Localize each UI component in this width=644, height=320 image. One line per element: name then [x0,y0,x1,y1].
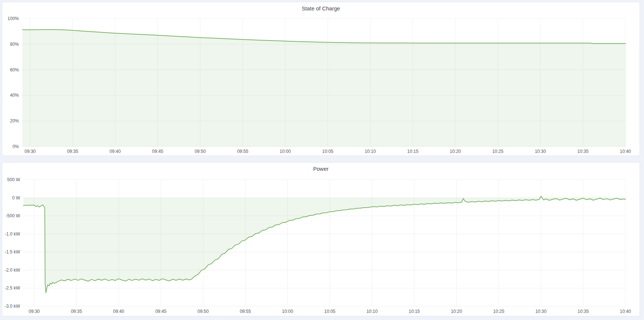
svg-text:10:05: 10:05 [324,309,335,314]
svg-text:0%: 0% [13,144,19,149]
svg-text:40%: 40% [10,93,19,98]
svg-text:-500 W: -500 W [6,213,20,218]
svg-text:10:10: 10:10 [365,149,376,154]
svg-text:10:30: 10:30 [535,309,547,314]
svg-text:-2.5 kW: -2.5 kW [5,285,20,291]
svg-text:09:30: 09:30 [29,309,40,314]
svg-text:100%: 100% [7,16,19,21]
state-of-charge-chart[interactable]: 100%80%60%40%20%0%09:3009:3509:4009:4509… [2,2,640,156]
svg-text:10:10: 10:10 [366,309,378,314]
svg-text:10:25: 10:25 [493,309,504,314]
svg-text:10:00: 10:00 [280,149,291,154]
svg-text:10:15: 10:15 [407,149,418,154]
svg-text:10:20: 10:20 [450,149,461,154]
svg-text:-3.0 kW: -3.0 kW [5,304,20,309]
svg-text:0 W: 0 W [12,195,20,201]
svg-text:09:35: 09:35 [67,149,78,154]
svg-text:10:20: 10:20 [451,309,462,314]
svg-text:-2.0 kW: -2.0 kW [5,268,20,273]
power-panel: 500 W0 W-500 W-1.0 kW-1.5 kW-2.0 kW-2.5 … [2,162,640,316]
svg-text:20%: 20% [10,118,19,124]
svg-text:500 W: 500 W [7,177,20,182]
svg-text:10:35: 10:35 [577,149,589,154]
svg-text:60%: 60% [10,67,19,73]
svg-text:09:55: 09:55 [237,149,248,154]
svg-text:10:25: 10:25 [492,149,504,154]
svg-text:09:45: 09:45 [155,309,166,314]
svg-text:-1.5 kW: -1.5 kW [5,249,20,255]
svg-text:10:00: 10:00 [282,309,293,314]
svg-text:10:35: 10:35 [577,309,589,314]
svg-text:80%: 80% [10,42,19,47]
svg-text:10:15: 10:15 [409,309,420,314]
svg-text:09:30: 09:30 [25,149,36,154]
svg-text:09:55: 09:55 [240,309,251,314]
svg-text:09:40: 09:40 [110,149,121,154]
power-chart[interactable]: 500 W0 W-500 W-1.0 kW-1.5 kW-2.0 kW-2.5 … [2,163,640,316]
state-of-charge-panel: 100%80%60%40%20%0%09:3009:3509:4009:4509… [2,2,640,156]
svg-text:10:05: 10:05 [322,149,333,154]
svg-text:10:40: 10:40 [620,309,631,314]
svg-text:10:40: 10:40 [620,149,631,154]
svg-text:09:40: 09:40 [113,309,124,314]
svg-text:10:30: 10:30 [535,149,546,154]
svg-text:09:35: 09:35 [71,309,82,314]
dashboard: { "colors": { "page_background": "#eff2f… [0,0,644,320]
svg-text:09:50: 09:50 [198,309,209,314]
svg-text:-1.0 kW: -1.0 kW [5,231,20,237]
svg-text:09:45: 09:45 [152,149,163,154]
svg-text:09:50: 09:50 [195,149,206,154]
